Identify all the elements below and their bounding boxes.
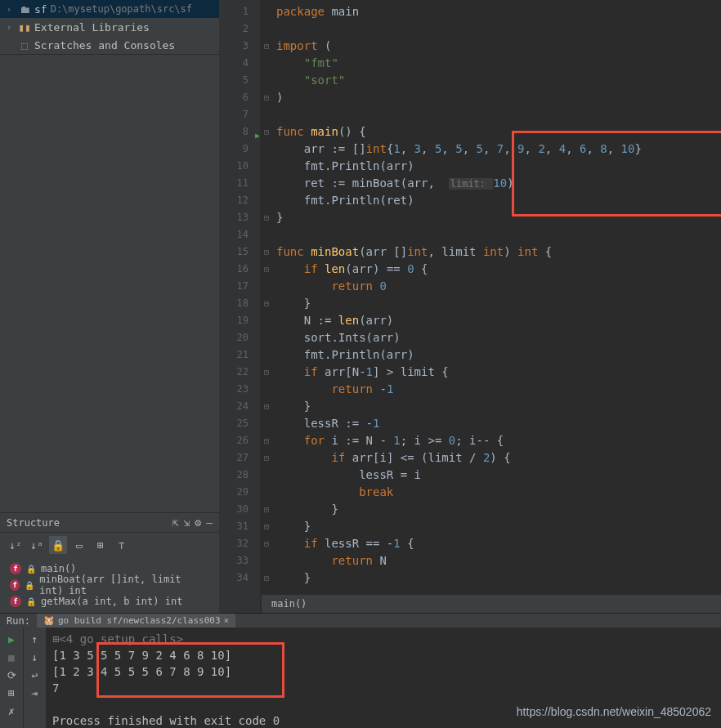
project-path: D:\mysetup\gopath\src\sf xyxy=(51,3,192,15)
function-icon: f xyxy=(10,579,20,591)
left-panel: › 🖿 sf D:\mysetup\gopath\src\sf › ▮▮ Ext… xyxy=(0,0,219,613)
structure-item[interactable]: f🔒minBoat(arr []int, limit int) int xyxy=(0,577,219,593)
filter-icon[interactable]: ▭ xyxy=(70,536,88,554)
folder-icon: 🖿 xyxy=(18,2,31,16)
breadcrumb[interactable]: main() xyxy=(262,595,721,613)
watermark: https://blog.csdn.net/weixin_48502062 xyxy=(517,705,711,718)
run-label: Run: xyxy=(7,615,30,627)
structure-item-label: getMax(a int, b int) int xyxy=(41,596,182,607)
down-icon[interactable]: ↓ xyxy=(24,649,46,665)
close-icon[interactable]: × xyxy=(224,615,230,626)
pin-icon[interactable]: ✗ xyxy=(0,703,23,719)
structure-title: Structure xyxy=(7,517,60,529)
function-icon: f xyxy=(10,563,21,574)
scratches-label: Scratches and Consoles xyxy=(34,39,175,51)
gear-icon[interactable]: ⚙ xyxy=(195,516,201,529)
external-libraries[interactable]: › ▮▮ External Libraries xyxy=(0,18,219,36)
external-libs-label: External Libraries xyxy=(34,21,150,33)
go-icon: 🐹 xyxy=(43,615,55,626)
stop-icon[interactable]: ■ xyxy=(0,649,23,665)
scratches-icon: ⬚ xyxy=(18,38,31,51)
scroll-icon[interactable]: ⇥ xyxy=(24,685,46,701)
fold-column: ⊟⊟⊟⊟⊟⊟⊟⊟⊟⊟⊟⊟⊟⊟⊟ xyxy=(260,0,273,613)
sort-1-icon[interactable]: ↓ᶻ xyxy=(7,536,25,554)
lock-icon[interactable]: 🔒 xyxy=(49,536,67,554)
run-icon[interactable]: ▶ xyxy=(0,631,23,647)
project-name: sf xyxy=(34,3,47,16)
sort-2-icon[interactable]: ↓ᵃ xyxy=(28,536,46,554)
structure-list: f🔒main()f🔒minBoat(arr []int, limit int) … xyxy=(0,557,219,613)
project-root[interactable]: › 🖿 sf D:\mysetup\gopath\src\sf xyxy=(0,0,219,18)
scratches[interactable]: ⬚ Scratches and Consoles xyxy=(0,36,219,54)
function-icon: f xyxy=(10,596,21,607)
hide-icon[interactable]: — xyxy=(206,516,213,529)
lock-icon: 🔒 xyxy=(26,565,36,574)
structure-item-label: minBoat(arr []int, limit int) int xyxy=(39,574,209,596)
wrap-icon[interactable]: ↩ xyxy=(24,667,46,683)
project-tree: › 🖿 sf D:\mysetup\gopath\src\sf › ▮▮ Ext… xyxy=(0,0,219,55)
line-gutter: 12345678▶9101112131415161718192021222324… xyxy=(219,0,260,613)
run-tab-label: go build sf/newclass2/class003 xyxy=(58,615,221,626)
structure-panel: Structure ⇱ ⇲ ⚙ — ↓ᶻ ↓ᵃ 🔒 ▭ ⊞ ⊤ f🔒main()… xyxy=(0,512,219,613)
up-icon[interactable]: ↑ xyxy=(24,631,46,647)
structure-item-label: main() xyxy=(41,563,76,574)
lock-icon: 🔒 xyxy=(26,597,36,606)
lock-icon: 🔒 xyxy=(25,581,34,590)
view-2-icon[interactable]: ⊤ xyxy=(113,536,131,554)
expand-icon[interactable]: › xyxy=(7,23,15,32)
code-area[interactable]: package mainimport ( "fmt" "sort")func m… xyxy=(273,0,721,613)
collapse-icon[interactable]: ⇱ xyxy=(172,516,179,529)
view-1-icon[interactable]: ⊞ xyxy=(92,536,110,554)
expand-icon[interactable]: ⇲ xyxy=(184,516,190,529)
rerun-icon[interactable]: ⟳ xyxy=(0,667,23,683)
library-icon: ▮▮ xyxy=(18,20,31,33)
expand-icon[interactable]: › xyxy=(7,5,15,14)
run-tab[interactable]: 🐹 go build sf/newclass2/class003 × xyxy=(37,614,235,628)
code-editor[interactable]: 12345678▶9101112131415161718192021222324… xyxy=(219,0,721,613)
layout-icon[interactable]: ⊞ xyxy=(0,685,23,701)
